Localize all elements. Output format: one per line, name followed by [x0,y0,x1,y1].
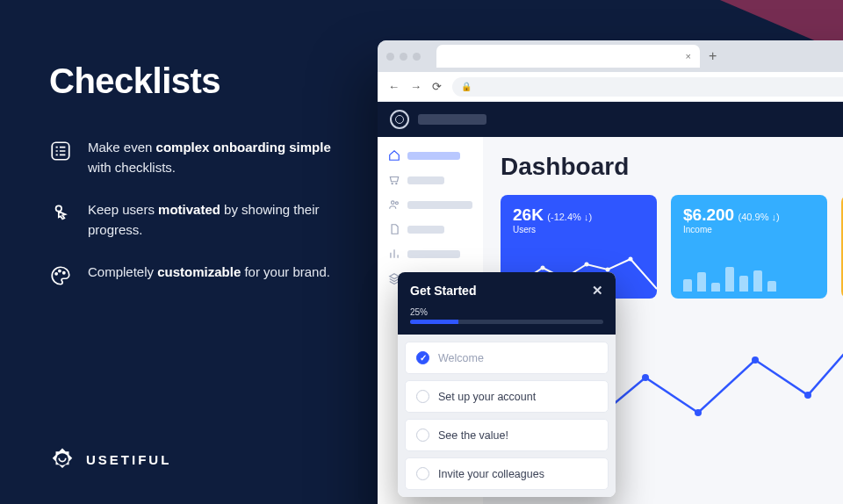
browser-tab[interactable]: × [436,45,700,68]
forward-icon[interactable]: → [410,80,422,93]
stat-value: $6.200 [683,205,734,224]
placeholder-bar [407,176,444,184]
svg-point-11 [585,263,589,267]
home-icon [388,149,400,162]
checklist-item[interactable]: Welcome [405,342,609,374]
svg-point-1 [56,205,62,212]
svg-point-4 [63,272,65,274]
checklist-icon [49,140,72,177]
progress-fill [410,320,458,324]
progress-bar [410,320,603,324]
checklist-item[interactable]: See the value! [405,419,609,451]
checklist-item-label: See the value! [438,429,508,442]
checklist-item-label: Set up your account [438,391,536,403]
check-icon [416,390,429,403]
stat-label: Income [683,225,815,234]
users-icon [388,198,400,211]
checklist-title: Get Started [410,284,476,298]
svg-point-18 [752,356,759,364]
feature-text: Make even complex onboarding simple with… [88,138,339,177]
stat-delta: (-12.4% ↓) [547,212,592,222]
check-icon [416,467,429,480]
sidebar-item-users[interactable] [388,198,472,211]
sidebar-item-stats[interactable] [388,248,472,260]
check-icon [416,428,429,442]
document-icon [388,223,400,235]
cart-icon [388,174,400,186]
checklist-body: Welcome Set up your account See the valu… [398,335,616,497]
tab-close-icon[interactable]: × [686,51,691,61]
sidebar-item-cart[interactable] [388,174,472,186]
lock-icon: 🔒 [461,82,472,91]
close-icon[interactable]: ✕ [592,283,603,299]
feature-item: Keep users motivated by showing their pr… [49,200,339,240]
svg-point-12 [606,268,610,272]
address-bar[interactable]: 🔒 [452,77,843,97]
stat-value: 26K [513,205,544,224]
feature-item: Make even complex onboarding simple with… [49,138,339,177]
stat-label: Users [513,225,645,234]
svg-point-3 [59,270,61,272]
svg-point-16 [642,374,649,381]
sidebar-item-home[interactable] [388,149,472,162]
checklist-widget: Get Started ✕ 25% Welcome Set up your ac… [398,272,616,497]
svg-point-6 [392,201,395,205]
page-title: Dashboard [501,153,843,181]
app-header [378,102,843,137]
reload-icon[interactable]: ⟳ [432,80,442,93]
svg-point-2 [55,273,57,275]
placeholder-bar [407,250,460,258]
back-icon[interactable]: ← [388,80,400,93]
svg-point-13 [629,257,633,262]
feature-item: Completely customizable for your brand. [49,263,339,293]
browser-tabbar: × + [378,40,843,72]
brand-logo: USETIFUL [49,446,171,472]
browser-toolbar: ← → ⟳ 🔒 [378,72,843,102]
tap-icon [49,202,72,240]
stat-delta: (40.9% ↓) [739,212,780,222]
palette-icon [49,264,72,293]
feature-text: Keep users motivated by showing their pr… [88,200,339,240]
progress-percent: 25% [410,307,603,317]
placeholder-bar [418,114,486,125]
checklist-item-label: Welcome [438,352,484,364]
bar-sparkline [683,267,776,292]
stat-card-income[interactable]: $6.200 (40.9% ↓) Income [671,195,827,299]
svg-point-17 [695,409,702,416]
placeholder-bar [407,152,460,160]
checklist-item[interactable]: Invite your colleagues [405,457,609,490]
app-logo-icon[interactable] [390,110,409,129]
svg-point-9 [541,266,545,270]
placeholder-bar [407,226,444,234]
svg-point-7 [395,202,398,205]
feature-text: Completely customizable for your brand. [88,263,330,293]
placeholder-bar [407,201,472,209]
checklist-item[interactable]: Set up your account [405,380,609,413]
hero-title: Checklists [49,61,339,101]
svg-point-19 [804,392,811,399]
brand-name: USETIFUL [86,452,171,467]
chart-icon [388,248,400,260]
window-controls[interactable] [386,53,421,61]
check-icon [416,351,429,364]
checklist-item-label: Invite your colleagues [438,468,544,480]
sidebar-item-docs[interactable] [388,223,472,235]
new-tab-button[interactable]: + [709,48,717,64]
svg-point-5 [56,453,68,465]
